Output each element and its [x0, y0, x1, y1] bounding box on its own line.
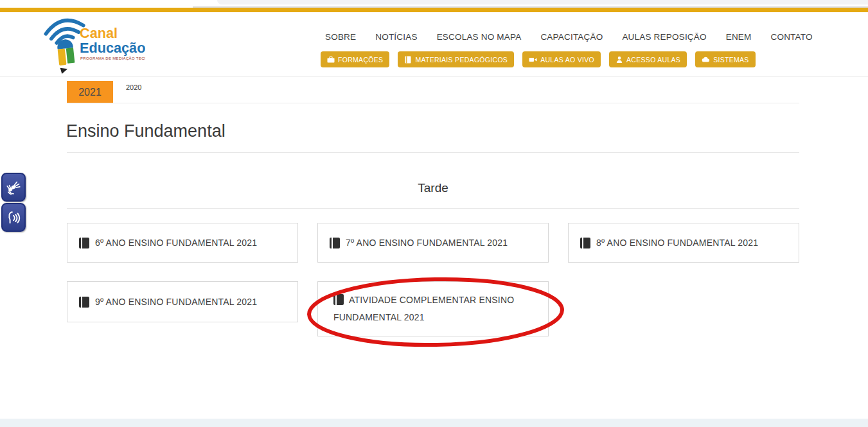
- video-camera-icon: [529, 56, 537, 64]
- materiais-pedagogicos-button[interactable]: MATERIAIS PEDAGÓGICOS: [398, 51, 514, 67]
- acesso-aulas-button[interactable]: ACESSO AULAS: [609, 51, 687, 67]
- card-label: 6º ANO ENSINO FUNDAMENTAL 2021: [95, 238, 257, 248]
- section-heading-tarde: Tarde: [67, 181, 799, 195]
- cloud-icon: [702, 56, 710, 64]
- card-label: 9º ANO ENSINO FUNDAMENTAL 2021: [95, 297, 257, 307]
- tab-2020[interactable]: 2020: [126, 83, 141, 91]
- voice-speech-icon: [5, 209, 22, 226]
- nav-item-enem[interactable]: ENEM: [726, 32, 752, 42]
- card-label: ATIVIDADE COMPLEMENTAR ENSINO FUNDAMENTA…: [333, 295, 514, 322]
- book-icon: [404, 56, 412, 64]
- divider: [67, 152, 799, 153]
- nav-item-noticias[interactable]: NOTÍCIAS: [375, 32, 417, 42]
- card-label: 7º ANO ENSINO FUNDAMENTAL 2021: [346, 238, 508, 248]
- logo-word-1: Canal: [80, 25, 118, 41]
- briefcase-icon: [327, 56, 335, 64]
- book-icon: [330, 238, 340, 248]
- sign-language-hands-icon: [5, 179, 22, 196]
- button-label: ACESSO AULAS: [626, 56, 680, 64]
- nav-item-sobre[interactable]: SOBRE: [325, 32, 356, 42]
- course-card-9-ano[interactable]: 9º ANO ENSINO FUNDAMENTAL 2021: [67, 281, 298, 322]
- logo-word-2: Educação: [80, 40, 145, 56]
- nav-item-escolas-no-mapa[interactable]: ESCOLAS NO MAPA: [437, 32, 522, 42]
- button-label: FORMAÇÕES: [338, 56, 383, 64]
- top-overlay-strip: [217, 0, 868, 4]
- sign-language-button[interactable]: [1, 173, 26, 202]
- sistemas-button[interactable]: SISTEMAS: [695, 51, 756, 67]
- nav-item-contato[interactable]: CONTATO: [771, 32, 813, 42]
- header: Canal Educação PROGRAMA DE MEDIAÇÃO TECN…: [0, 12, 868, 77]
- book-icon: [79, 238, 89, 248]
- divider: [67, 208, 799, 209]
- nav-item-capacitacao[interactable]: CAPACITAÇÃO: [540, 32, 603, 42]
- logo-graphic: Canal Educação PROGRAMA DE MEDIAÇÃO TECN…: [37, 11, 145, 74]
- user-icon: [616, 56, 623, 64]
- pencil-icon: [57, 39, 76, 74]
- voice-speech-button[interactable]: [1, 203, 26, 232]
- canal-educacao-logo[interactable]: Canal Educação PROGRAMA DE MEDIAÇÃO TECN…: [37, 11, 145, 76]
- logo-tagline: PROGRAMA DE MEDIAÇÃO TECNOLÓGICA: [80, 57, 145, 60]
- tab-2021[interactable]: 2021: [67, 81, 113, 103]
- accessibility-widget: [1, 173, 26, 233]
- main-nav: SOBRE NOTÍCIAS ESCOLAS NO MAPA CAPACITAÇ…: [325, 32, 813, 42]
- course-card-atividade-complementar[interactable]: ATIVIDADE COMPLEMENTAR ENSINO FUNDAMENTA…: [317, 281, 549, 336]
- book-icon: [333, 294, 344, 305]
- aulas-ao-vivo-button[interactable]: AULAS AO VIVO: [522, 51, 601, 67]
- button-label: SISTEMAS: [713, 56, 749, 64]
- nav-item-aulas-reposicao[interactable]: AULAS REPOSIÇÃO: [622, 32, 706, 42]
- book-icon: [580, 238, 590, 248]
- course-card-6-ano[interactable]: 6º ANO ENSINO FUNDAMENTAL 2021: [67, 223, 298, 263]
- page-title: Ensino Fundamental: [66, 121, 226, 141]
- divider: [67, 103, 799, 103]
- quick-buttons-row: FORMAÇÕES MATERIAIS PEDAGÓGICOS AULAS AO…: [321, 51, 756, 67]
- book-icon: [79, 297, 89, 308]
- footer-bar: [0, 419, 868, 427]
- button-label: AULAS AO VIVO: [540, 56, 594, 64]
- button-label: MATERIAIS PEDAGÓGICOS: [415, 56, 508, 64]
- card-label: 8º ANO ENSINO FUNDAMENTAL 2021: [596, 238, 758, 248]
- formacoes-button[interactable]: FORMAÇÕES: [321, 51, 389, 67]
- course-card-7-ano[interactable]: 7º ANO ENSINO FUNDAMENTAL 2021: [317, 223, 549, 263]
- course-card-8-ano[interactable]: 8º ANO ENSINO FUNDAMENTAL 2021: [568, 223, 799, 263]
